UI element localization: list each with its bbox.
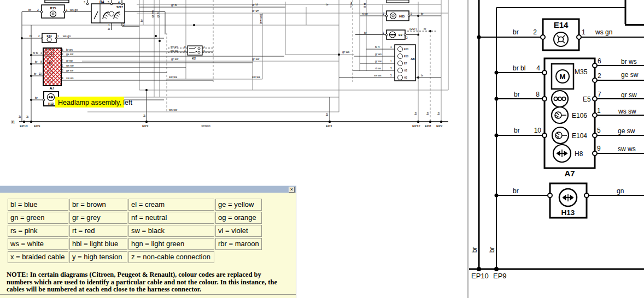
svg-text:H13: H13 [561, 208, 575, 217]
svg-text:7: 7 [62, 59, 63, 62]
svg-text:H13: H13 [48, 102, 54, 105]
colour-code-cell: og = orange [215, 212, 262, 224]
svg-text:E15: E15 [50, 7, 56, 10]
component-e9[interactable]: E9 br 1 2 (EST) br [355, 27, 437, 40]
svg-text:E20: E20 [404, 48, 409, 51]
svg-text:sw ws: sw ws [374, 74, 382, 77]
svg-text:EP9: EP9 [493, 272, 507, 280]
component-a8[interactable]: E20 E18 E7 H3 H5 A8 bl rt4 gr ws gr sw1 … [339, 45, 441, 81]
svg-text:gr sw: gr sw [66, 59, 73, 62]
colour-code-window: × bl = blue br = brown el = cream ge = y… [0, 186, 296, 298]
colour-code-cell: el = cream [128, 199, 214, 211]
svg-text:2: 2 [203, 50, 205, 53]
component-r4[interactable]: R4 S217 3 5 4 1 2 br [84, 0, 139, 30]
svg-text:ws sw: ws sw [168, 108, 177, 111]
svg-text:gr sw: gr sw [252, 57, 259, 61]
svg-text:1: 1 [597, 107, 601, 115]
component-h85[interactable]: H85 rt sw 1 2 br [360, 0, 441, 21]
svg-text:9: 9 [597, 145, 601, 152]
svg-text:H5: H5 [404, 76, 407, 79]
svg-text:(EST): (EST) [409, 27, 417, 31]
colour-code-cell: vi = violet [215, 225, 262, 237]
svg-text:ws sw: ws sw [66, 64, 74, 67]
svg-text:E104: E104 [572, 132, 587, 140]
svg-text:ws gn: ws gn [171, 45, 178, 48]
component-a7[interactable]: M M35 E5 E106 E104 [542, 58, 597, 168]
svg-text:M35: M35 [575, 68, 588, 76]
svg-text:5: 5 [390, 74, 392, 77]
colour-code-cell: hbl = light blue [69, 238, 127, 250]
svg-text:2: 2 [62, 53, 63, 56]
svg-text:br: br [514, 91, 520, 98]
legend-titlebar[interactable]: × [0, 186, 296, 193]
svg-text:303200: 303200 [201, 124, 210, 128]
svg-text:br: br [514, 127, 520, 134]
zoomed-wiring-diagram[interactable]: E14 br 2 1 ws gn M M35 E5 [465, 0, 644, 298]
svg-text:br ws: br ws [621, 58, 637, 65]
svg-text:S217: S217 [116, 5, 123, 9]
svg-text:br: br [30, 34, 32, 38]
svg-text:br: br [34, 72, 37, 75]
svg-text:rt sw: rt sw [375, 67, 381, 70]
table-row: rs = pink rt = red sw = black vi = viole… [8, 225, 262, 237]
component-e14-mini[interactable]: E14 2 1 br ws gn [22, 33, 164, 43]
svg-text:br: br [364, 31, 367, 34]
svg-text:br: br [488, 247, 496, 253]
svg-text:4: 4 [390, 46, 392, 49]
svg-text:br: br [326, 3, 329, 6]
ground-rail: 31 EP10 EP9 EP3 303200 EP3 EP12 EP8 EP2 [11, 120, 448, 128]
colour-code-cell: gn = green [8, 212, 68, 224]
svg-text:1: 1 [108, 23, 110, 27]
svg-text:E7: E7 [404, 62, 407, 65]
highlight-tooltip[interactable]: Headlamp assembly, left [55, 97, 132, 108]
overview-wiring-diagram[interactable]: gr bl gr bl gr ge br gr ws gr sw gr sw s… [0, 0, 454, 131]
component-h13[interactable]: H13 [548, 183, 589, 218]
component-e14[interactable]: E14 [541, 19, 581, 50]
svg-text:br: br [426, 112, 429, 115]
svg-text:EP12: EP12 [412, 124, 420, 128]
svg-text:ge sw: ge sw [621, 71, 639, 79]
svg-text:EP10: EP10 [20, 124, 28, 128]
svg-text:1: 1 [66, 8, 68, 11]
svg-text:2: 2 [406, 37, 408, 39]
colour-code-cell: gr = grey [69, 212, 127, 224]
svg-text:E9: E9 [399, 33, 402, 37]
svg-text:ge sw: ge sw [618, 127, 635, 135]
colour-code-cell: y = high tension [69, 251, 127, 263]
svg-text:3: 3 [390, 67, 392, 70]
wire-label: ws gn [595, 28, 612, 36]
svg-text:br: br [107, 27, 110, 30]
colour-code-cell: z = non-cable connection [128, 251, 214, 263]
svg-text:gr bl: gr bl [156, 11, 160, 17]
svg-text:EP8: EP8 [425, 124, 431, 128]
svg-text:1: 1 [57, 35, 59, 38]
svg-text:4: 4 [40, 52, 42, 55]
svg-text:(sw ws): (sw ws) [259, 14, 262, 24]
selection-hatch [43, 48, 61, 86]
colour-code-cell: ge = yellow [215, 199, 262, 211]
svg-text:br: br [437, 112, 440, 115]
colour-code-cell: rs = pink [8, 225, 68, 237]
colour-code-cell: rt = red [69, 225, 127, 237]
svg-text:6: 6 [598, 57, 601, 65]
svg-text:H85: H85 [399, 15, 405, 18]
svg-text:1: 1 [383, 32, 384, 34]
svg-text:br: br [35, 96, 38, 99]
svg-text:EP9: EP9 [34, 124, 40, 128]
svg-text:br: br [421, 74, 424, 77]
pin-label: 1 [582, 28, 586, 36]
svg-text:ws sw: ws sw [618, 108, 636, 115]
wiring-diagram-app: gr bl gr bl gr ge br gr ws gr sw gr sw s… [0, 0, 644, 298]
svg-text:bl rt: bl rt [363, 3, 366, 8]
svg-text:1: 1 [390, 60, 392, 63]
svg-text:8: 8 [536, 91, 540, 98]
svg-text:gr bl: gr bl [252, 3, 258, 6]
svg-text:ws sw: ws sw [171, 49, 178, 52]
svg-text:gr ge: gr ge [252, 9, 259, 12]
close-icon[interactable]: × [289, 187, 295, 193]
component-a7-highlighted[interactable]: A7 br bl 4 br 8 br 10 6br ws 2ge sw 7gr … [31, 48, 284, 91]
svg-text:sw ws: sw ws [618, 145, 636, 153]
svg-text:R4: R4 [99, 0, 104, 4]
svg-text:br: br [143, 114, 146, 117]
svg-text:br: br [424, 27, 426, 31]
